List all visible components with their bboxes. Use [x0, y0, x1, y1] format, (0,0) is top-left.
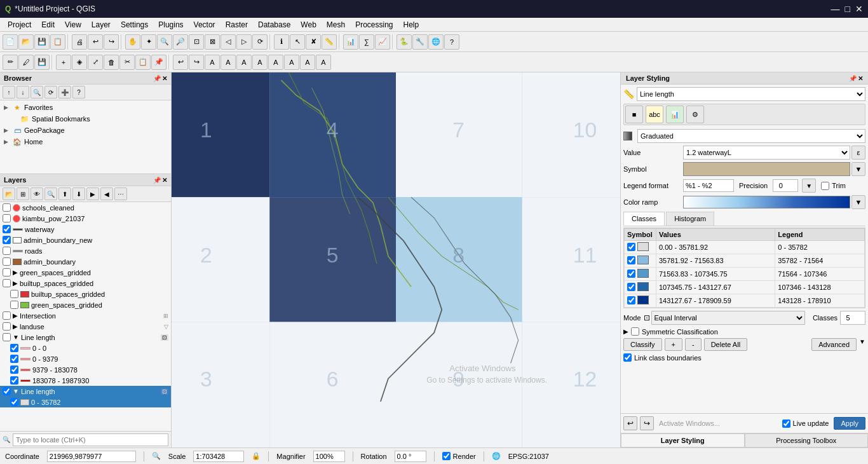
layer-group-landuse[interactable]: ▶ landuse ▽: [0, 321, 171, 332]
field-calc-button[interactable]: ∑: [359, 34, 374, 50]
symbol-preview[interactable]: [683, 162, 850, 176]
add-class-button[interactable]: +: [665, 338, 682, 351]
browser-item-home[interactable]: ▶ 🏠 Home: [1, 136, 170, 147]
deselect-button[interactable]: ✘: [306, 34, 321, 50]
layer-checkbox-builtup-sub[interactable]: [10, 290, 18, 298]
layer-checkbox-line-length-selected[interactable]: [3, 387, 11, 395]
zoom-out-button[interactable]: 🔎: [173, 34, 188, 50]
layer-checkbox-intersection[interactable]: [3, 311, 11, 320]
menu-database[interactable]: Database: [253, 19, 295, 31]
redo-styling-button[interactable]: ↪: [640, 416, 654, 430]
advanced-button[interactable]: Advanced: [811, 338, 857, 351]
browser-help-button[interactable]: ?: [72, 86, 85, 99]
menu-view[interactable]: View: [60, 19, 86, 31]
graduated-button[interactable]: 📊: [666, 106, 684, 123]
layer-checkbox-183078-1987930[interactable]: [10, 376, 18, 385]
node-tool-button[interactable]: ◈: [72, 55, 87, 70]
single-symbol-button[interactable]: ■: [625, 106, 643, 123]
plugins-button[interactable]: 🔧: [412, 34, 428, 50]
link-class-checkbox[interactable]: [623, 353, 632, 362]
identify-button[interactable]: ℹ: [274, 34, 289, 50]
menu-web[interactable]: Web: [295, 19, 321, 31]
undo-edit-button[interactable]: ↩: [173, 55, 188, 70]
renderer-select[interactable]: Graduated: [637, 129, 865, 143]
class-color-1[interactable]: [637, 242, 649, 251]
print-button[interactable]: 🖨: [72, 34, 87, 50]
live-update-checkbox[interactable]: [782, 420, 790, 428]
layer-checkbox-9379-183078[interactable]: [10, 365, 18, 374]
classify-button[interactable]: Classify: [623, 338, 662, 351]
class-checkbox-3[interactable]: [627, 270, 635, 278]
label6-button[interactable]: A: [284, 55, 299, 70]
class-checkbox-5[interactable]: [627, 296, 635, 304]
layers-more-button[interactable]: ⋯: [114, 188, 127, 200]
layer-item-0-9379[interactable]: 0 - 9379: [0, 353, 171, 364]
class-symbol-cell-2[interactable]: [625, 254, 656, 268]
class-color-3[interactable]: [637, 269, 649, 278]
source-select[interactable]: Line length: [637, 87, 865, 101]
value-expr-button[interactable]: ε: [851, 146, 865, 160]
label-button[interactable]: A: [205, 55, 220, 70]
attribute-table-button[interactable]: 📊: [343, 34, 358, 50]
layers-pin-icon[interactable]: 📌: [153, 177, 161, 184]
mode-select[interactable]: Equal Interval Quantile Natural Breaks S…: [651, 311, 805, 325]
label8-button[interactable]: A: [316, 55, 331, 70]
layer-checkbox-builtup-spaces[interactable]: [3, 279, 11, 287]
layer-item-kiambu[interactable]: kiambu_pow_21037: [0, 213, 171, 224]
tab-histogram[interactable]: Histogram: [666, 212, 714, 226]
class-checkbox-4[interactable]: [627, 283, 635, 291]
layer-group-builtup-spaces[interactable]: ▶ builtup_spaces_gridded: [0, 278, 171, 289]
layer-item-9379-183078[interactable]: 9379 - 183078: [0, 364, 171, 375]
new-project-button[interactable]: 📄: [3, 34, 18, 50]
layer-group-line-length[interactable]: ▼ Line length ⊡: [0, 332, 171, 343]
titlebar-controls[interactable]: — □ ✕: [831, 4, 863, 14]
save-edits-button[interactable]: 💾: [34, 55, 50, 70]
close-button[interactable]: ✕: [855, 4, 863, 14]
menu-settings[interactable]: Settings: [116, 19, 153, 31]
layers-open-button[interactable]: 📂: [3, 188, 15, 200]
help-button[interactable]: ?: [444, 34, 459, 50]
maximize-button[interactable]: □: [845, 4, 850, 14]
layer-item-builtup-sub[interactable]: builtup_spaces_gridded: [0, 289, 171, 299]
layers-expand-button[interactable]: ▶: [86, 188, 99, 200]
zoom-last-button[interactable]: ◁: [220, 34, 236, 50]
menu-raster[interactable]: Raster: [220, 19, 253, 31]
class-color-5[interactable]: [637, 296, 649, 304]
minimize-button[interactable]: —: [831, 4, 840, 14]
open-project-button[interactable]: 📂: [18, 34, 34, 50]
layer-item-admin-boundary-new[interactable]: admin_boundary_new: [0, 235, 171, 245]
layer-checkbox-kiambu[interactable]: [3, 214, 11, 222]
layer-item-roads[interactable]: roads: [0, 245, 171, 256]
symbol-dropdown-button[interactable]: ▼: [851, 162, 865, 176]
layer-checkbox-landuse[interactable]: [3, 322, 11, 331]
layer-group-intersection[interactable]: ▶ Intersection ⊞: [0, 310, 171, 321]
menu-processing[interactable]: Processing: [350, 19, 398, 31]
browser-add-button[interactable]: ➕: [58, 86, 71, 99]
browser-expand-button[interactable]: ↓: [17, 86, 29, 99]
class-symbol-cell-4[interactable]: [625, 281, 656, 294]
layer-checkbox-0-35782[interactable]: [10, 398, 18, 406]
rotation-input[interactable]: [395, 451, 426, 462]
browser-refresh-button[interactable]: ⟳: [44, 86, 57, 99]
label2-button[interactable]: A: [220, 55, 236, 70]
sym-class-checkbox[interactable]: [631, 327, 639, 336]
save-project-button[interactable]: 💾: [34, 34, 50, 50]
sym-class-arrow-icon[interactable]: ▶: [623, 328, 628, 335]
layer-checkbox-line-length-group[interactable]: [3, 333, 11, 341]
label4-button[interactable]: A: [252, 55, 268, 70]
zoom-rubber-band-button[interactable]: ⊡: [189, 34, 204, 50]
layers-group-button[interactable]: ⊞: [17, 188, 29, 200]
pan-native-button[interactable]: ✦: [141, 34, 156, 50]
browser-item-favorites[interactable]: ▶ ★ Favorites: [1, 102, 170, 113]
select-button[interactable]: ↖: [290, 34, 305, 50]
delete-all-button[interactable]: Delete All: [704, 338, 747, 351]
layer-checkbox-admin-boundary-new[interactable]: [3, 236, 11, 244]
redo-edit-button[interactable]: ↪: [189, 55, 204, 70]
browser-item-geopackage[interactable]: ▶ 🗃 GeoPackage: [1, 125, 170, 136]
tab-classes[interactable]: Classes: [623, 212, 665, 226]
magnifier-input[interactable]: [313, 451, 345, 462]
menu-mesh[interactable]: Mesh: [322, 19, 350, 31]
class-symbol-cell-5[interactable]: [625, 294, 656, 308]
apply-button[interactable]: Apply: [834, 417, 865, 430]
layer-item-schools[interactable]: schools_cleaned: [0, 202, 171, 213]
